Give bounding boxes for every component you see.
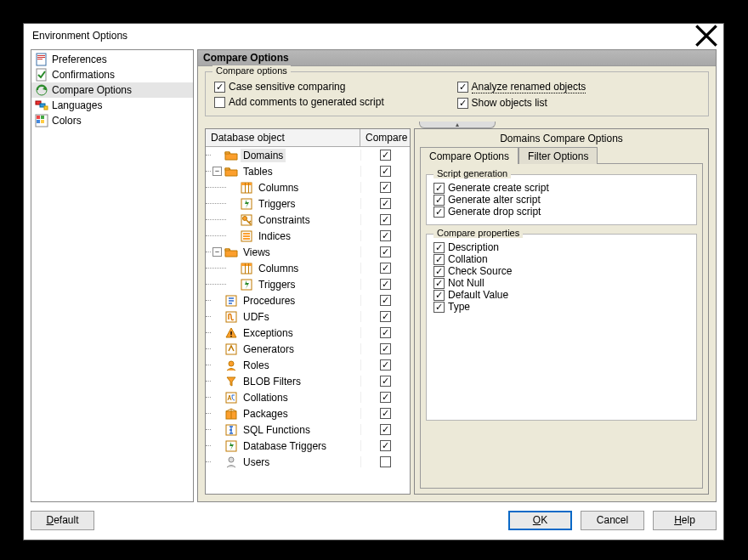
compare-checkbox[interactable] [380,327,391,338]
checkbox-icon [434,254,445,265]
page-icon [35,53,48,66]
content-area: PreferencesConfirmationsCompare OptionsL… [31,49,717,502]
tree-row[interactable]: UDFs [206,308,410,325]
tree-body[interactable]: DomainsTablesColumnsTriggersConstraintsI… [206,147,410,494]
checkbox-icon [434,206,445,218]
checkbox-generate-create-script[interactable]: Generate create script [434,182,689,194]
compare-checkbox[interactable] [380,376,391,387]
checkbox-generate-alter-script[interactable]: Generate alter script [434,194,689,206]
compare-checkbox[interactable] [380,230,391,241]
checkbox-label: Add comments to generated script [229,96,384,108]
tree-row[interactable]: Generators [206,341,410,357]
checkbox-icon [434,195,445,206]
nav-item-colors[interactable]: Colors [31,113,193,128]
domain-compare-panel: Domains Compare Options Compare Options … [414,128,709,495]
compare-checkbox[interactable] [380,408,391,419]
tree-row[interactable]: Views [206,244,410,260]
options-panel: Compare Options Compare options Case sen… [197,49,717,502]
group-title: Compare properties [434,228,523,238]
compare-checkbox[interactable] [380,182,391,193]
compare-checkbox[interactable] [380,263,391,274]
nav-item-label: Confirmations [52,69,115,81]
tree-row[interactable]: Collations [206,389,410,405]
tree-row[interactable]: Roles [206,357,410,373]
checkbox-check-source[interactable]: Check Source [434,265,689,277]
right-title: Domains Compare Options [415,129,708,146]
close-button[interactable] [694,26,718,45]
checkbox-show-objects[interactable]: Show objects list [457,97,700,109]
compare-checkbox[interactable] [380,198,391,209]
collapse-icon[interactable] [212,247,222,257]
checkbox-icon [434,183,445,194]
default-button[interactable]: Default [31,511,94,530]
splitter-handle[interactable] [205,122,709,128]
collapse-icon[interactable] [212,167,222,176]
checkbox-not-null[interactable]: Not Null [434,277,689,289]
checkbox-description[interactable]: Description [434,241,689,253]
checkbox-add-comments[interactable]: Add comments to generated script [214,96,457,108]
tree-row[interactable]: SQL Functions [206,421,410,438]
tree-row[interactable]: Tables [206,163,410,179]
nav-item-preferences[interactable]: Preferences [31,52,193,67]
tree-row[interactable]: Indices [206,228,410,244]
flags-icon [35,99,48,112]
trigger-icon [240,278,253,291]
coll-icon [224,391,238,404]
checkbox-type[interactable]: Type [434,301,689,313]
svg-rect-3 [37,59,42,59]
checkbox-collation[interactable]: Collation [434,253,689,265]
compare-checkbox[interactable] [380,456,391,467]
tree-row[interactable]: Exceptions [206,325,410,341]
compare-checkbox[interactable] [380,246,391,257]
checkbox-case-sensitive[interactable]: Case sensitive comparing [214,81,457,93]
compare-checkbox[interactable] [380,295,391,306]
compare-checkbox[interactable] [380,440,391,451]
compare-checkbox[interactable] [380,214,391,225]
svg-rect-29 [241,263,252,266]
checkbox-label: Description [448,241,499,253]
tree-row[interactable]: Triggers [206,195,410,212]
nav-item-confirmations[interactable]: Confirmations [31,67,193,82]
checkbox-label: Check Source [448,265,512,277]
func-icon [224,423,238,437]
tab-filter-options[interactable]: Filter Options [518,147,598,164]
compare-checkbox[interactable] [380,150,391,161]
compare-checkbox[interactable] [380,166,391,177]
tree-row[interactable]: Columns [206,260,410,276]
checkbox-icon [434,266,445,277]
checkbox-default-value[interactable]: Default Value [434,289,689,301]
tree-row[interactable]: Domains [206,147,410,163]
compare-checkbox[interactable] [380,279,391,290]
checkbox-icon [434,290,445,301]
compare-checkbox[interactable] [380,392,391,403]
compare-checkbox[interactable] [380,343,391,354]
checkbox-label: Show objects list [472,97,547,109]
compare-checkbox[interactable] [380,359,391,371]
ok-button[interactable]: OK [508,511,572,530]
user-icon [224,455,238,469]
folder-icon [224,246,238,259]
panel-header: Compare Options [198,50,716,66]
tree-row[interactable]: BLOB Filters [206,373,410,389]
checkbox-generate-drop-script[interactable]: Generate drop script [434,206,689,218]
checkbox-analyze-renamed[interactable]: Analyze renamed objects [457,81,700,93]
tree-row[interactable]: Users [206,454,410,470]
tree-row-label: Procedures [241,294,298,308]
svg-rect-12 [37,120,40,123]
compare-checkbox[interactable] [380,424,391,435]
tree-row[interactable]: Database Triggers [206,438,410,454]
tree-row[interactable]: Columns [206,179,410,195]
cancel-button[interactable]: Cancel [581,511,644,530]
nav-item-compare-options[interactable]: Compare Options [31,82,193,98]
help-button[interactable]: Help [653,511,717,530]
tab-compare-options[interactable]: Compare Options [420,147,518,164]
checkbox-icon [214,97,225,108]
tree-row[interactable]: Packages [206,405,410,421]
nav-item-languages[interactable]: Languages [31,98,193,113]
compare-checkbox[interactable] [380,311,391,322]
tree-row-label: BLOB Filters [241,375,303,388]
tree-row[interactable]: Constraints [206,212,410,228]
grid-colors-icon [35,114,48,127]
tree-row[interactable]: Triggers [206,276,410,292]
tree-row[interactable]: Procedures [206,292,410,308]
